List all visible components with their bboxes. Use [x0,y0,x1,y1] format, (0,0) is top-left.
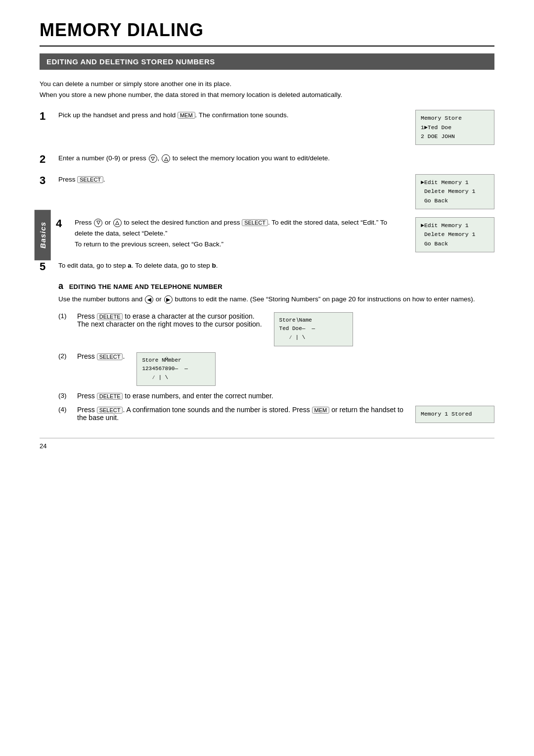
basics-section: Basics 4 Press ▽ or △ to select the desi… [44,217,494,252]
step-4-content: Press ▽ or △ to select the desired funct… [75,217,494,252]
step-number-2: 2 [40,153,53,166]
lcd-store-number: Store NḾmber 1234567890― ― ∕ | \ [136,352,216,386]
sub-step-num-3: (3) [58,392,72,399]
lcd-memory-stored: Memory 1 Stored [415,406,494,423]
down-arrow-icon: ▽ [149,154,157,163]
delete-key-1: DELETE [97,313,123,320]
right-circle-icon: ▶ [164,295,173,304]
step-2-content: Enter a number (0-9) or press ▽, △ to se… [58,153,494,164]
steps-container: 1 Pick up the handset and press and hold… [40,110,494,423]
lcd-store-name: Store∖Name Ted Doe― ― ∕ | \ [274,312,353,346]
sub-step-4-content: Press SELECT. A confirmation tone sounds… [77,406,494,423]
up-arrow-icon: △ [162,154,170,163]
section-header: EDITING AND DELETING STORED NUMBERS [40,53,494,70]
sub-step-num-4: (4) [58,406,72,413]
step-number-5: 5 [40,260,53,273]
lcd-display-3: ►Edit Memory 1 Delete Memory 1 Go Back [415,174,494,209]
step-5-content: To edit data, go to step a. To delete da… [58,260,494,271]
step-3-content: Press SELECT. ►Edit Memory 1 Delete Memo… [58,174,494,209]
sub-step-3: (3) Press DELETE to erase numbers, and e… [58,392,494,400]
sub-step-2: (2) Press SELECT. Store NḾmber 123456789… [58,352,494,386]
section-a-intro: Use the number buttons and ◀ or ▶ button… [58,294,494,305]
step-3: 3 Press SELECT. ►Edit Memory 1 Delete Me… [40,174,494,209]
down-icon-4: ▽ [94,219,102,227]
step-5: 5 To edit data, go to step a. To delete … [40,260,494,273]
select-key-3: SELECT [77,176,103,183]
mem-key: MEM [178,112,195,119]
sub-step-1: (1) Press DELETE to erase a character at… [58,312,494,346]
lcd-display-4: ►Edit Memory 1 Delete Memory 1 Go Back [415,217,494,252]
step-4: 4 Press ▽ or △ to select the desired fun… [56,217,494,252]
section-a-title: EDITING THE NAME AND TELEPHONE NUMBER [69,283,222,290]
lcd-display-1: Memory Store 1►Ted Doe 2 DOE JOHN [415,110,494,145]
sub-step-4: (4) Press SELECT. A confirmation tone so… [58,406,494,423]
section-a-label: a EDITING THE NAME AND TELEPHONE NUMBER [58,281,494,291]
sub-step-2-content: Press SELECT. Store NḾmber 1234567890― ―… [77,352,494,386]
sub-step-1-content: Press DELETE to erase a character at the… [77,312,494,346]
mem-key-a4: MEM [312,407,330,414]
sub-step-num-1: (1) [58,312,72,320]
basics-label: Basics [35,209,51,260]
step-number-1: 1 [40,110,53,123]
section-a: a EDITING THE NAME AND TELEPHONE NUMBER … [58,281,494,423]
select-key-4: SELECT [242,219,268,226]
delete-key-3: DELETE [97,393,123,400]
intro-paragraph: You can delete a number or simply store … [40,79,494,100]
step-number-3: 3 [40,174,53,187]
step-1: 1 Pick up the handset and press and hold… [40,110,494,145]
step-1-content: Pick up the handset and press and hold M… [58,110,494,145]
page-number: 24 [40,438,494,450]
select-key-a2: SELECT [97,353,123,360]
step-number-4: 4 [56,217,70,230]
up-icon-4: △ [113,219,122,227]
sub-step-3-content: Press DELETE to erase numbers, and enter… [77,392,494,400]
left-circle-icon: ◀ [145,295,153,304]
page-title: MEMORY DIALING [40,20,494,47]
step-2: 2 Enter a number (0-9) or press ▽, △ to … [40,153,494,166]
select-key-a4: SELECT [97,407,123,414]
sub-step-num-2: (2) [58,352,72,360]
